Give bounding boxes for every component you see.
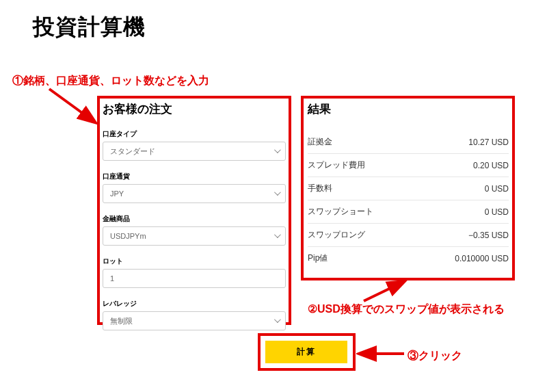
- order-form-panel: お客様の注文 口座タイプ スタンダード 口座通貨 JPY 金融商品 USDJPY…: [103, 101, 286, 341]
- result-row: スプレッド費用0.20 USD: [308, 154, 509, 177]
- result-row: スワップショート0 USD: [308, 200, 509, 224]
- page-title: 投資計算機: [33, 12, 146, 42]
- result-row: Pip値0.010000 USD: [308, 247, 509, 270]
- annotation-step-1: ①銘柄、口座通貨、ロット数などを入力: [12, 74, 209, 88]
- input-lot[interactable]: 1: [103, 269, 286, 288]
- label-account-type: 口座タイプ: [103, 129, 286, 139]
- chevron-down-icon: [274, 148, 280, 154]
- input-lot-value: 1: [110, 274, 114, 283]
- label-instrument: 金融商品: [103, 214, 286, 224]
- result-value: −0.35 USD: [468, 231, 509, 240]
- svg-line-0: [49, 89, 94, 122]
- result-row: 手数料0 USD: [308, 177, 509, 200]
- label-leverage: レバレッジ: [103, 299, 286, 309]
- result-value: 0 USD: [485, 207, 509, 217]
- select-leverage-value: 無制限: [110, 316, 133, 326]
- order-form-heading: お客様の注文: [103, 101, 286, 117]
- select-instrument-value: USDJPYm: [110, 232, 146, 240]
- label-account-currency: 口座通貨: [103, 172, 286, 181]
- result-label: スワップショート: [308, 206, 373, 218]
- field-leverage: レバレッジ 無制限: [103, 299, 286, 330]
- result-label: スプレッド費用: [308, 159, 365, 171]
- svg-line-1: [364, 282, 403, 301]
- result-row: 証拠金10.27 USD: [308, 131, 509, 154]
- select-account-type-value: スタンダード: [110, 146, 155, 157]
- select-account-currency[interactable]: JPY: [103, 184, 286, 203]
- field-account-type: 口座タイプ スタンダード: [103, 129, 286, 161]
- results-panel: 結果 証拠金10.27 USDスプレッド費用0.20 USD手数料0 USDスワ…: [308, 101, 509, 270]
- select-instrument[interactable]: USDJPYm: [103, 226, 286, 246]
- result-value: 0.20 USD: [473, 161, 509, 170]
- result-value: 0 USD: [485, 184, 509, 194]
- chevron-down-icon: [274, 318, 280, 324]
- result-value: 10.27 USD: [468, 138, 509, 147]
- field-account-currency: 口座通貨 JPY: [103, 172, 286, 203]
- select-leverage[interactable]: 無制限: [103, 311, 286, 330]
- select-account-type[interactable]: スタンダード: [103, 142, 286, 161]
- result-label: 手数料: [308, 183, 332, 194]
- annotation-step-3: ③クリック: [408, 349, 462, 363]
- results-heading: 結果: [308, 101, 509, 117]
- label-lot: ロット: [103, 257, 286, 266]
- chevron-down-icon: [274, 233, 280, 239]
- arrow-annotation-3: [356, 345, 411, 365]
- result-label: Pip値: [308, 252, 328, 264]
- arrow-annotation-2: [358, 279, 420, 306]
- arrow-annotation-1: [44, 85, 105, 140]
- select-account-currency-value: JPY: [110, 190, 124, 198]
- field-instrument: 金融商品 USDJPYm: [103, 214, 286, 246]
- result-label: スワップロング: [308, 229, 365, 241]
- field-lot: ロット 1: [103, 257, 286, 288]
- chevron-down-icon: [274, 191, 280, 196]
- result-label: 証拠金: [308, 136, 332, 148]
- calculate-button[interactable]: 計算: [265, 341, 347, 363]
- result-value: 0.010000 USD: [455, 254, 509, 263]
- result-row: スワップロング−0.35 USD: [308, 224, 509, 247]
